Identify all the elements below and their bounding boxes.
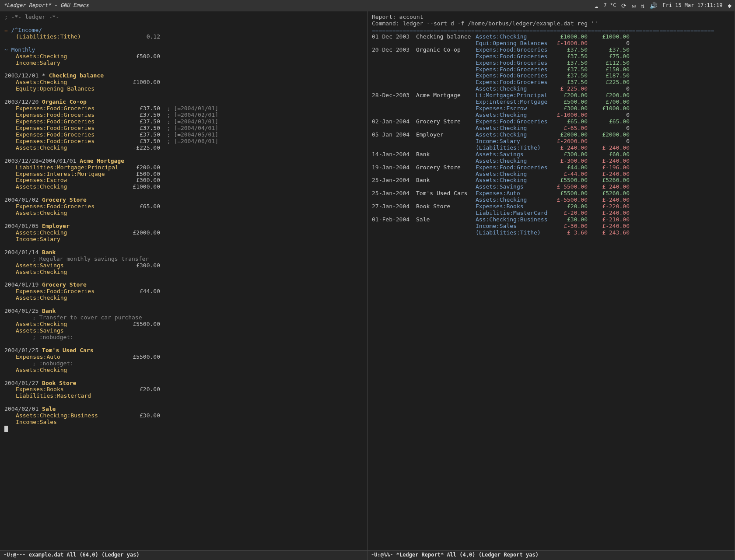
reg-payee [416, 40, 473, 47]
reg-payee: Bank [416, 151, 473, 158]
posting-line: Income:Sales [4, 419, 363, 426]
transaction-header: 2004/01/25 Tom's Used Cars [4, 347, 363, 354]
reg-account: Expens:Food:Groceries [476, 73, 546, 79]
register-row: Expens:Food:Groceries£37.50£225.00 [372, 79, 730, 86]
reg-balance: 0 [590, 40, 630, 47]
register-row: Expenses:Escrow£300.00£1000.00 [372, 105, 730, 112]
reg-date: 20-Dec-2003 [372, 47, 413, 53]
register-row: Liabilitie:MasterCard£-20.00£-240.00 [372, 210, 730, 217]
reg-payee: Grocery Store [416, 119, 473, 125]
register-row: 25-Jan-2004BankAssets:Checking£5500.00£5… [372, 177, 730, 184]
report-header: Report: account [372, 14, 730, 21]
posting-line: Expenses:Escrow£300.00 [4, 177, 363, 184]
posting-line: (Liabilities:Tithe)0.12 [4, 34, 363, 40]
posting-line: Expenses:Auto£5500.00 [4, 354, 363, 360]
clock-text: Fri 15 Mar 17:11:19 [662, 3, 722, 9]
posting-line: Assets:Checking£5500.00 [4, 321, 363, 328]
reg-amount: £-65.00 [548, 125, 588, 132]
posting-line: Assets:Checking [4, 269, 363, 276]
ledger-report-buffer[interactable]: Report: accountCommand: ledger --sort d … [368, 11, 735, 550]
volume-icon[interactable]: 🔊 [650, 2, 657, 9]
register-row: Assets:Checking£-5500.00£-240.00 [372, 197, 730, 203]
reg-date [372, 66, 413, 73]
reg-balance: £75.00 [590, 53, 630, 60]
reg-amount: £20.00 [548, 203, 588, 210]
posting-line: Assets:Checking [4, 367, 363, 374]
reg-account: Expens:Food:Groceries [476, 66, 546, 73]
register-row: Income:Salary£-2000.000 [372, 138, 730, 145]
register-row: 14-Jan-2004BankAssets:Savings£300.00£60.… [372, 151, 730, 158]
reg-date [372, 210, 413, 217]
reg-account: Equi:Opening Balances [476, 40, 546, 47]
refresh-icon[interactable]: ⟳ [621, 2, 626, 9]
reg-balance: £5260.00 [590, 177, 630, 184]
reg-account: Assets:Checking [476, 197, 546, 203]
posting-line: Expenses:Food:Groceries£37.50 ; [=2004/0… [4, 119, 363, 125]
workspace: ; -*- ledger -*- = /^Income/(Liabilities… [0, 11, 735, 560]
reg-balance: £65.00 [590, 119, 630, 125]
modeline-text: -U:@--- example.dat All (64,0) (Ledger y… [4, 552, 140, 558]
posting-line: Assets:Checking£2000.00 [4, 230, 363, 236]
register-row: Expens:Food:Groceries£37.50£187.50 [372, 73, 730, 79]
comment-line: ; Regular monthly savings transfer [4, 256, 363, 262]
reg-amount: £37.50 [548, 79, 588, 86]
reg-payee: Grocery Store [416, 164, 473, 171]
reg-balance: £-240.00 [590, 184, 630, 190]
reg-date [372, 79, 413, 86]
reg-amount: £-225.00 [548, 86, 588, 92]
reg-amount: £65.00 [548, 119, 588, 125]
reg-payee [416, 197, 473, 203]
reg-amount: £37.50 [548, 73, 588, 79]
reg-date: 14-Jan-2004 [372, 151, 413, 158]
mail-icon[interactable]: ✉ [632, 2, 635, 9]
reg-account: Assets:Savings [476, 151, 546, 158]
reg-account: Expens:Food:Groceries [476, 164, 546, 171]
report-command: Command: ledger --sort d -f /home/borbus… [372, 21, 730, 27]
comment-line: ; :nobudget: [4, 334, 363, 341]
reg-balance: £-240.00 [590, 145, 630, 151]
register-row: Assets:Checking£-300.00£-240.00 [372, 158, 730, 164]
reg-balance: 0 [590, 112, 630, 119]
register-row: Assets:Savings£-5500.00£-240.00 [372, 184, 730, 190]
reg-balance: £37.50 [590, 47, 630, 53]
posting-line: Liabilities:MasterCard [4, 393, 363, 399]
reg-amount: £37.50 [548, 66, 588, 73]
weather-icon: ☁ [595, 2, 598, 9]
reg-account: Assets:Checking [476, 132, 546, 138]
reg-balance: £1000.00 [590, 34, 630, 40]
register-row: (Liabilities:Tithe)£-240.00£-240.00 [372, 145, 730, 151]
reg-amount: £-2000.00 [548, 138, 588, 145]
transaction-header: 2003/12/01 * Checking balance [4, 73, 363, 79]
register-row: 02-Jan-2004Grocery StoreExpens:Food:Groc… [372, 119, 730, 125]
reg-account: Assets:Checking [476, 125, 546, 132]
posting-line: Assets:Checking [4, 295, 363, 301]
reg-payee: Acme Mortgage [416, 92, 473, 99]
menu-icon[interactable]: ✱ [728, 2, 732, 9]
reg-amount: £37.50 [548, 53, 588, 60]
transaction-header: 2004/01/19 Grocery Store [4, 282, 363, 288]
reg-amount: £-44.00 [548, 171, 588, 178]
network-icon[interactable]: ⇅ [641, 2, 644, 9]
ledger-source-buffer[interactable]: ; -*- ledger -*- = /^Income/(Liabilities… [0, 11, 367, 550]
reg-balance: £-210.00 [590, 217, 630, 223]
titlebar: *Ledger Report* - GNU Emacs ☁ 7 °C ⟳ ✉ ⇅… [0, 0, 735, 11]
systray: ☁ 7 °C ⟳ ✉ ⇅ 🔊 Fri 15 Mar 17:11:19 ✱ [595, 2, 732, 9]
reg-date [372, 158, 413, 164]
posting-line: Expenses:Food:Groceries£37.50 ; [=2004/0… [4, 105, 363, 112]
reg-amount: £37.50 [548, 60, 588, 66]
reg-account: Liabilitie:MasterCard [476, 210, 546, 217]
reg-date [372, 112, 413, 119]
register-row: Assets:Checking£-65.000 [372, 125, 730, 132]
register-row: Assets:Checking£-225.000 [372, 86, 730, 92]
reg-date [372, 86, 413, 92]
reg-payee [416, 112, 473, 119]
reg-payee [416, 125, 473, 132]
reg-amount: £30.00 [548, 217, 588, 223]
reg-payee: Tom's Used Cars [416, 190, 473, 197]
reg-balance: £2000.00 [590, 132, 630, 138]
transaction-header: 2004/01/02 Grocery Store [4, 197, 363, 203]
reg-date [372, 125, 413, 132]
reg-account: Ass:Checking:Business [476, 217, 546, 223]
reg-payee [416, 86, 473, 92]
reg-balance: £-240.00 [590, 210, 630, 217]
